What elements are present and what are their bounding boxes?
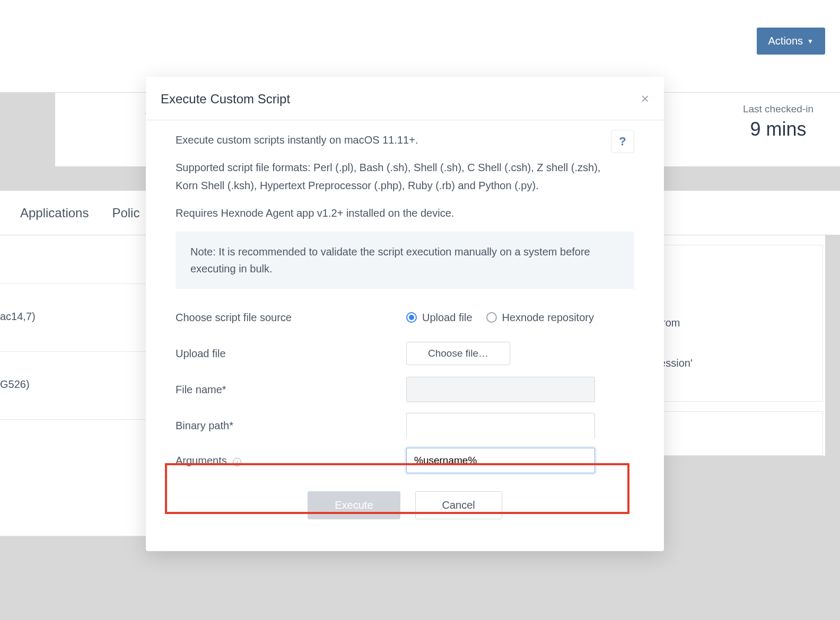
radio-hexnode-repo[interactable]: Hexnode repository	[486, 312, 594, 324]
label-binary-path: Binary path*	[176, 420, 406, 432]
execute-button[interactable]: Execute	[308, 491, 400, 519]
file-name-field	[406, 377, 595, 402]
label-upload-file: Upload file	[176, 348, 406, 360]
tab-policies[interactable]: Polic	[110, 193, 142, 233]
form-row-arguments: Arguments i	[176, 448, 634, 473]
last-checked-label: Last checked-in	[743, 103, 813, 115]
modal-note: Note: It is recommended to validate the …	[176, 232, 634, 289]
caret-down-icon: ▼	[807, 38, 813, 45]
cancel-button[interactable]: Cancel	[415, 491, 502, 519]
last-checked-value: 9 mins	[743, 118, 813, 140]
info-icon[interactable]: i	[233, 458, 241, 466]
execute-script-modal: Execute Custom Script × ? Execute custom…	[146, 77, 664, 551]
tab-applications[interactable]: Applications	[18, 193, 91, 233]
actions-button[interactable]: Actions ▼	[757, 28, 825, 55]
radio-repo-label: Hexnode repository	[502, 312, 594, 324]
modal-desc2: Supported script file formats: Perl (.pl…	[176, 158, 605, 194]
radio-upload-label: Upload file	[422, 312, 472, 324]
arguments-field[interactable]	[406, 448, 595, 473]
label-source: Choose script file source	[176, 312, 406, 324]
label-arguments: Arguments i	[176, 455, 406, 467]
modal-desc3: Requires Hexnode Agent app v1.2+ install…	[176, 204, 605, 222]
modal-footer: Execute Cancel	[176, 489, 634, 535]
close-icon[interactable]: ×	[641, 91, 649, 107]
last-checked-in: Last checked-in 9 mins	[743, 103, 813, 140]
actions-label: Actions	[768, 35, 803, 47]
modal-title: Execute Custom Script	[161, 92, 290, 107]
label-file-name: File name*	[176, 384, 406, 396]
modal-desc1: Execute custom scripts instantly on macO…	[176, 131, 605, 149]
modal-header: Execute Custom Script ×	[146, 77, 664, 120]
binary-path-field[interactable]	[406, 413, 595, 438]
modal-body: ? Execute custom scripts instantly on ma…	[146, 120, 664, 551]
form-row-filename: File name*	[176, 377, 634, 402]
choose-file-button[interactable]: Choose file…	[406, 342, 510, 365]
form-row-source: Choose script file source Upload file He…	[176, 305, 634, 330]
radio-icon	[406, 312, 417, 323]
form-row-upload: Upload file Choose file…	[176, 341, 634, 366]
help-icon[interactable]: ?	[611, 130, 634, 153]
radio-upload-file[interactable]: Upload file	[406, 312, 472, 324]
radio-icon	[486, 312, 497, 323]
form-row-binary: Binary path*	[176, 413, 634, 438]
